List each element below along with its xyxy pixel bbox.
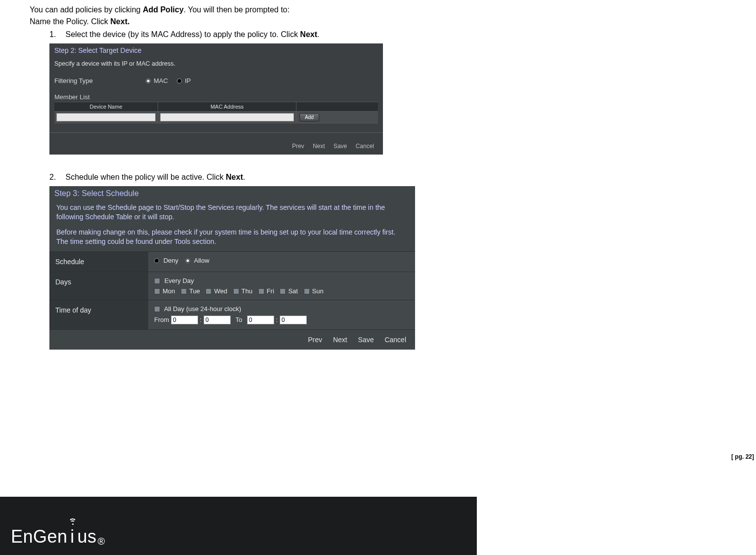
text: . bbox=[317, 30, 319, 39]
text: . You will then be prompted to: bbox=[184, 5, 290, 14]
step3-title: Step 3: Select Schedule bbox=[49, 186, 415, 202]
checkbox-wed[interactable] bbox=[206, 288, 211, 294]
screenshot-step3: Step 3: Select Schedule You can use the … bbox=[49, 186, 415, 350]
step3-para1: You can use the Schedule page to Start/S… bbox=[49, 202, 415, 227]
day-label: Sat bbox=[288, 287, 298, 295]
logo-part3: us bbox=[78, 526, 97, 547]
day-label: Sun bbox=[312, 287, 324, 295]
next-bold: Next bbox=[300, 30, 317, 39]
every-day-label: Every Day bbox=[165, 277, 194, 284]
screenshot-step2: Step 2: Select Target Device Specify a d… bbox=[49, 43, 383, 155]
text: Name the Policy. Click bbox=[30, 17, 110, 26]
prev-button[interactable]: Prev bbox=[292, 143, 304, 150]
list-item-2: 2. Schedule when the policy will be acti… bbox=[30, 171, 494, 183]
filtering-type-label: Filtering Type bbox=[54, 77, 146, 84]
checkbox-sun[interactable] bbox=[304, 288, 310, 294]
text: Schedule when the policy will be active.… bbox=[65, 173, 226, 181]
radio-ip-label: IP bbox=[185, 77, 191, 84]
next-button[interactable]: Next bbox=[333, 336, 347, 344]
day-label: Tue bbox=[189, 287, 200, 295]
radio-ip[interactable] bbox=[177, 79, 182, 83]
from-label: From bbox=[154, 316, 169, 323]
step3-para2: Before making change on this, please che… bbox=[49, 227, 415, 251]
next-bold: Next. bbox=[110, 17, 129, 26]
table-row: Add bbox=[54, 112, 378, 123]
from-hour-input[interactable] bbox=[171, 316, 198, 324]
wifi-icon bbox=[69, 518, 77, 524]
page-number: [ pg. 22] bbox=[731, 453, 754, 460]
step3-nav: Prev Next Save Cancel bbox=[49, 329, 415, 350]
radio-deny[interactable] bbox=[154, 258, 159, 263]
days-label: Days bbox=[49, 272, 148, 300]
next-button[interactable]: Next bbox=[313, 143, 325, 150]
registered-icon: ® bbox=[98, 536, 105, 547]
to-hour-input[interactable] bbox=[247, 316, 274, 324]
day-label: Fri bbox=[267, 287, 274, 295]
checkbox-every-day[interactable] bbox=[154, 278, 160, 284]
save-button[interactable]: Save bbox=[334, 143, 347, 150]
prev-button[interactable]: Prev bbox=[308, 336, 322, 344]
radio-mac-label: MAC bbox=[154, 77, 168, 84]
logo-part2: i bbox=[70, 526, 75, 547]
to-min-input[interactable] bbox=[280, 316, 307, 324]
member-list-table: Device Name MAC Address Add bbox=[54, 102, 378, 123]
allow-label: Allow bbox=[194, 257, 210, 264]
radio-allow[interactable] bbox=[185, 258, 190, 263]
schedule-label: Schedule bbox=[49, 252, 148, 272]
checkbox-mon[interactable] bbox=[154, 288, 160, 294]
device-name-input[interactable] bbox=[56, 113, 156, 121]
text: Select the device (by its MAC Address) t… bbox=[65, 30, 300, 39]
from-min-input[interactable] bbox=[204, 316, 231, 324]
intro-line-2: Name the Policy. Click Next. bbox=[30, 16, 494, 28]
logo-part1: EnGen bbox=[11, 526, 68, 547]
checkbox-thu[interactable] bbox=[233, 288, 239, 294]
text: . bbox=[243, 173, 245, 181]
add-policy-bold: Add Policy bbox=[143, 5, 184, 14]
day-label: Thu bbox=[242, 287, 252, 295]
add-button[interactable]: Add bbox=[299, 113, 319, 121]
mac-address-input[interactable] bbox=[160, 113, 294, 121]
next-bold: Next bbox=[226, 173, 243, 181]
engenius-logo: EnGen i us ® bbox=[11, 526, 105, 547]
th-mac-address: MAC Address bbox=[158, 102, 296, 111]
cancel-button[interactable]: Cancel bbox=[356, 143, 374, 150]
radio-mac[interactable] bbox=[146, 79, 151, 83]
step2-subtitle: Specify a device with its IP or MAC addr… bbox=[49, 59, 383, 74]
filtering-type-row: Filtering Type MAC IP bbox=[49, 74, 383, 91]
time-of-day-label: Time of day bbox=[49, 300, 148, 329]
to-label: To bbox=[235, 316, 242, 323]
th-device-name: Device Name bbox=[54, 102, 158, 111]
colon: : bbox=[276, 316, 279, 323]
checkbox-sat[interactable] bbox=[280, 288, 286, 294]
colon: : bbox=[200, 316, 204, 323]
day-label: Mon bbox=[163, 287, 175, 295]
list-number: 2. bbox=[49, 171, 63, 183]
save-button[interactable]: Save bbox=[358, 336, 374, 344]
all-day-label: All Day (use 24-hour clock) bbox=[164, 305, 241, 313]
checkbox-all-day[interactable] bbox=[154, 306, 160, 312]
text: You can add policies by clicking bbox=[30, 5, 143, 14]
step2-nav: Prev Next Save Cancel bbox=[49, 132, 383, 153]
list-item-1: 1. Select the device (by its MAC Address… bbox=[30, 29, 494, 40]
checkbox-tue[interactable] bbox=[181, 288, 187, 294]
day-label: Wed bbox=[214, 287, 227, 295]
checkbox-fri[interactable] bbox=[258, 288, 264, 294]
step2-title: Step 2: Select Target Device bbox=[49, 43, 383, 59]
deny-label: Deny bbox=[164, 257, 178, 264]
list-number: 1. bbox=[49, 29, 63, 40]
intro-line-1: You can add policies by clicking Add Pol… bbox=[30, 4, 494, 16]
cancel-button[interactable]: Cancel bbox=[384, 336, 406, 344]
member-list-label: Member List bbox=[49, 93, 383, 101]
